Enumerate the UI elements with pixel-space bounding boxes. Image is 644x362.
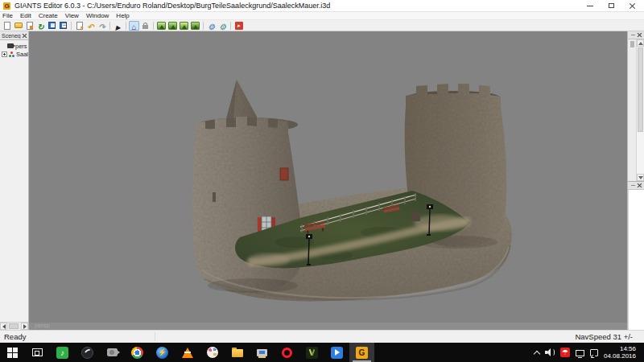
terrain-sculpt-button[interactable] [156,21,167,31]
status-separator [155,332,155,341]
reload-button[interactable] [35,21,46,31]
scroll-left-icon[interactable] [0,323,7,330]
taskbar-music-app[interactable] [50,343,75,362]
redo-button[interactable] [97,21,107,31]
menubar: File Edit Create View Window Help [0,12,644,20]
status-ready: Ready [0,332,26,341]
viewport-3d[interactable]: persp [29,31,627,330]
left-tower-door [280,168,288,180]
statusbar: Ready NavSpeed 31 +/- [0,330,644,343]
panel-vscrollbar[interactable] [636,39,644,181]
network-icon[interactable] [576,350,584,356]
titlebar: G GIANTS Editor 6.0.3 - C:/Users/Enduro … [0,0,644,12]
tree-item-scene-root[interactable]: Saal [2,50,28,58]
gear-icon [219,19,226,33]
menu-edit[interactable]: Edit [20,12,31,20]
taskbar-printer-app[interactable] [250,343,275,362]
main-area: Sceneg pers Saal [0,31,644,330]
menu-file[interactable]: File [2,12,13,20]
clock-date: 04.08.2016 [604,352,636,360]
lock-button[interactable] [140,21,151,31]
avira-umbrella-icon[interactable] [560,348,570,357]
taskbar-vi-app[interactable] [299,343,324,362]
scroll-down-icon[interactable] [637,174,644,181]
import-icon [27,22,33,30]
vlc-cone-icon [182,348,193,358]
terrain-smooth-icon [168,22,177,30]
start-button[interactable] [0,343,25,362]
vscroll-track[interactable] [637,47,644,174]
taskbar: G 14:56 04.08.2016 [0,343,644,362]
render-settings-button[interactable] [206,21,217,31]
toolbar-separator [153,22,154,30]
screen: G GIANTS Editor 6.0.3 - C:/Users/Enduro … [0,0,644,362]
play-icon [115,19,120,33]
taskbar-obs[interactable] [75,343,100,362]
panel-close-icon[interactable] [637,32,642,38]
maximize-icon [609,3,614,8]
toolbar [0,20,644,31]
task-view-button[interactable] [25,343,50,362]
terrain-paint-button[interactable] [179,21,189,31]
import-button[interactable] [24,21,35,31]
taskbar-vlc[interactable] [175,343,200,362]
terrain-smooth-button[interactable] [167,21,178,31]
play-button[interactable] [113,21,123,31]
close-icon [629,2,636,10]
taskbar-giants-editor[interactable]: G [349,343,374,362]
taskbar-paint-app[interactable] [200,343,225,362]
scenegraph-hscrollbar[interactable] [0,322,28,330]
toolbar-separator [203,22,204,30]
hscroll-track[interactable] [7,323,21,330]
taskbar-clock[interactable]: 14:56 04.08.2016 [604,345,639,360]
new-file-icon [4,22,10,30]
open-button[interactable] [13,21,23,31]
export-button[interactable] [74,21,85,31]
toolbar-separator [71,22,72,30]
scenegraph-tab[interactable]: Sceneg [0,31,28,40]
panel-header [628,31,644,39]
minimize-button[interactable] [580,0,601,11]
hscroll-thumb[interactable] [9,323,19,329]
undo-button[interactable] [85,21,96,31]
panel-close-icon[interactable] [22,33,27,39]
panel-close-icon[interactable] [637,183,642,188]
frame-selected-button[interactable] [129,21,139,31]
music-note-icon [56,347,68,359]
volume-icon[interactable] [545,348,555,356]
windows-logo-icon [7,348,18,358]
scroll-up-icon[interactable] [637,39,644,47]
terrain-foliage-button[interactable] [190,21,200,31]
expand-icon[interactable] [2,51,7,57]
taskbar-movie-app[interactable] [100,343,125,362]
obs-icon [81,347,93,359]
reload-icon [37,19,43,33]
tray-chevron-up-icon[interactable] [534,350,540,356]
exit-button[interactable] [233,21,244,31]
giants-editor-window: G GIANTS Editor 6.0.3 - C:/Users/Enduro … [0,0,644,343]
close-button[interactable] [621,0,642,11]
taskbar-file-explorer[interactable] [225,343,250,362]
taskbar-chrome[interactable] [125,343,150,362]
right-panel-rail [627,31,644,330]
taskbar-media-player[interactable] [324,343,349,362]
panel-grip-icon [631,185,635,186]
new-button[interactable] [2,21,12,31]
scene-settings-button[interactable] [217,21,228,31]
chrome-icon [131,347,143,359]
viewport-3d-scene[interactable] [29,31,627,330]
scroll-right-icon[interactable] [21,323,28,330]
export-icon [76,22,83,30]
taskbar-thunder-app[interactable] [150,343,175,362]
toolbar-separator [230,22,231,30]
menu-view[interactable]: View [65,12,79,20]
notifications-icon[interactable] [590,349,598,356]
right-tower-doorway [412,211,420,221]
save-button[interactable] [47,21,57,31]
vscroll-thumb[interactable] [638,47,643,132]
save-as-button[interactable] [58,21,68,31]
taskbar-opera[interactable] [275,343,299,362]
scenegraph-panel: Sceneg pers Saal [0,31,29,330]
tree-item-camera[interactable]: pers [2,42,28,50]
maximize-button[interactable] [601,0,621,11]
